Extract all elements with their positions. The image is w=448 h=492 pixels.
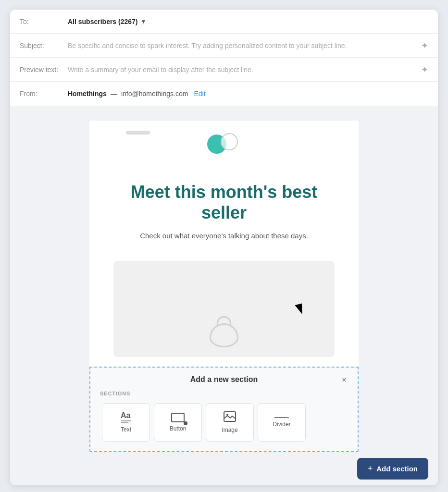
section-item-image[interactable]: Image (206, 403, 254, 442)
from-edit-link[interactable]: Edit (194, 90, 205, 98)
from-name: Homethings (68, 90, 107, 98)
image-icon (224, 411, 236, 424)
preview-row: Preview text: Write a summary of your em… (10, 58, 438, 82)
section-item-divider-label: Divider (273, 421, 290, 428)
panel-close-button[interactable]: × (338, 374, 350, 386)
text-icon: Aa (121, 412, 131, 423)
main-container: To: All subscribers (2267) ▼ Subject: Be… (10, 10, 438, 485)
email-body: Meet this month's best seller Check out … (89, 121, 359, 452)
product-section (89, 251, 359, 367)
section-item-text[interactable]: Aa Text (102, 403, 150, 442)
plus-icon: + (368, 464, 373, 474)
dropdown-arrow-icon[interactable]: ▼ (141, 18, 147, 25)
section-item-image-label: Image (222, 427, 237, 433)
to-value-container[interactable]: All subscribers (2267) ▼ (68, 18, 146, 25)
panel-header: Add a new section × (90, 368, 358, 389)
email-fields: To: All subscribers (2267) ▼ Subject: Be… (10, 10, 438, 106)
to-value: All subscribers (2267) (68, 18, 138, 25)
preview-input[interactable]: Write a summary of your email to display… (68, 66, 417, 74)
from-dash: — (111, 90, 117, 98)
subject-label: Subject: (20, 42, 68, 49)
product-icon-body (210, 323, 238, 347)
preview-ai-icon[interactable]: ✦ (421, 64, 428, 75)
section-item-button[interactable]: Button (154, 403, 202, 442)
circle-outline (221, 133, 238, 150)
email-canvas: Meet this month's best seller Check out … (10, 106, 438, 485)
subject-ai-icon[interactable]: ✦ (421, 40, 428, 51)
email-content-wrapper: Meet this month's best seller Check out … (10, 106, 438, 452)
product-icon (210, 316, 238, 347)
from-row: From: Homethings — info@homethings.com E… (10, 82, 438, 106)
to-label: To: (20, 18, 68, 25)
sections-label: SECTIONS (90, 389, 358, 401)
section-items-grid: Aa Text (90, 401, 358, 451)
product-image-placeholder (113, 261, 335, 357)
button-icon (171, 413, 185, 422)
subject-input[interactable]: Be specific and concise to spark interes… (68, 42, 417, 49)
hero-section: Meet this month's best seller Check out … (89, 164, 359, 251)
add-section-button[interactable]: + Add section (357, 458, 428, 480)
logo-text-placeholder (126, 131, 150, 135)
to-row: To: All subscribers (2267) ▼ (10, 10, 438, 34)
hero-subtitle: Check out what everyone's talking about … (118, 231, 330, 242)
bottom-bar: + Add section (10, 452, 438, 485)
add-section-panel: Add a new section × SECTIONS Aa (89, 367, 359, 452)
panel-title: Add a new section (190, 375, 258, 384)
section-item-button-label: Button (170, 425, 187, 432)
preview-label: Preview text: (20, 66, 68, 74)
from-email: info@homethings.com (121, 90, 188, 98)
divider-icon (274, 417, 289, 418)
from-value-container: Homethings — info@homethings.com Edit (68, 90, 206, 98)
hero-title: Meet this month's best seller (118, 182, 330, 223)
subject-row: Subject: Be specific and concise to spar… (10, 34, 438, 58)
from-label: From: (20, 90, 68, 98)
logo-circles (207, 132, 241, 156)
section-item-divider[interactable]: Divider (258, 403, 306, 442)
logo-section (89, 121, 359, 164)
add-section-label: Add section (376, 465, 418, 473)
section-item-text-label: Text (121, 426, 131, 433)
